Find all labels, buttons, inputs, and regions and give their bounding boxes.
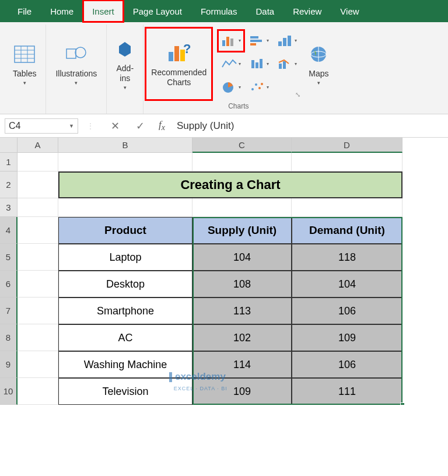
cell[interactable] — [18, 244, 58, 271]
addin-icon — [116, 37, 134, 61]
demand-cell[interactable]: 109 — [292, 324, 402, 351]
cell[interactable] — [18, 198, 58, 217]
supply-cell[interactable]: 108 — [192, 271, 292, 298]
cell[interactable] — [292, 153, 402, 172]
cell[interactable] — [192, 153, 292, 172]
supply-cell[interactable]: 104 — [192, 244, 292, 271]
row-header-8[interactable]: 8 — [0, 324, 18, 351]
formula-input[interactable] — [171, 118, 443, 134]
col-header-b[interactable]: B — [58, 138, 192, 153]
cell[interactable] — [18, 172, 58, 198]
demand-cell[interactable]: 106 — [292, 298, 402, 324]
select-all-corner[interactable] — [0, 138, 18, 153]
cell[interactable] — [292, 198, 402, 217]
supply-cell[interactable]: 102 — [192, 324, 292, 351]
charts-dialog-launcher[interactable]: ⤡ — [274, 76, 300, 99]
combo-chart-button[interactable]: ▾ — [274, 53, 300, 75]
enter-formula-button[interactable]: ✓ — [128, 120, 153, 132]
maps-button[interactable]: Maps ▾ — [304, 27, 333, 101]
svg-rect-8 — [169, 52, 173, 61]
header-product[interactable]: Product — [58, 217, 192, 244]
tab-insert[interactable]: Insert — [83, 0, 124, 22]
fx-icon[interactable]: fx — [153, 119, 171, 132]
row-header-6[interactable]: 6 — [0, 271, 18, 298]
group-charts: ? Recommended Charts ▾ ▾ ▾ ▾ ▾ ▾ ▾ ▾ ⤡ M… — [144, 24, 335, 114]
row-header-4[interactable]: 4 — [0, 217, 18, 244]
row-header-5[interactable]: 5 — [0, 244, 18, 271]
cell[interactable] — [58, 198, 192, 217]
svg-rect-18 — [278, 41, 282, 46]
row-header-1[interactable]: 1 — [0, 153, 18, 172]
cell[interactable] — [18, 153, 58, 172]
demand-cell[interactable]: 106 — [292, 351, 402, 378]
demand-cell[interactable]: 104 — [292, 271, 402, 298]
demand-cell[interactable]: 111 — [292, 378, 402, 405]
cell[interactable] — [18, 324, 58, 351]
shapes-icon — [65, 42, 88, 66]
bar-chart-button[interactable]: ▾ — [246, 30, 272, 52]
addins-button[interactable]: Add- ins ▾ — [111, 27, 138, 101]
row-header-7[interactable]: 7 — [0, 298, 18, 324]
header-demand[interactable]: Demand (Unit) — [292, 217, 402, 244]
svg-text:?: ? — [183, 43, 191, 56]
demand-cell[interactable]: 118 — [292, 244, 402, 271]
svg-rect-15 — [250, 36, 258, 38]
cell[interactable] — [18, 298, 58, 324]
tab-home[interactable]: Home — [41, 0, 83, 22]
statistic-chart-button[interactable]: ▾ — [246, 53, 272, 75]
product-cell[interactable]: Laptop — [58, 244, 192, 271]
name-box[interactable]: C4 ▼ — [5, 118, 78, 134]
col-header-a[interactable]: A — [18, 138, 58, 153]
row-header-3[interactable]: 3 — [0, 198, 18, 217]
chevron-down-icon: ▾ — [124, 85, 127, 91]
tables-label: Tables — [13, 69, 36, 79]
svg-rect-17 — [250, 43, 256, 46]
svg-rect-25 — [283, 61, 286, 69]
scatter-chart-button[interactable]: ▾ — [246, 76, 272, 99]
tab-page-layout[interactable]: Page Layout — [124, 0, 191, 22]
title-cell[interactable]: Creating a Chart — [58, 172, 402, 198]
col-header-c[interactable]: C — [192, 138, 292, 153]
chevron-down-icon: ▾ — [23, 80, 26, 86]
tab-view[interactable]: View — [331, 0, 368, 22]
tab-data[interactable]: Data — [246, 0, 284, 22]
cell[interactable] — [192, 198, 292, 217]
name-box-value: C4 — [9, 121, 20, 131]
cell[interactable] — [18, 378, 58, 405]
svg-rect-14 — [230, 38, 233, 46]
tables-button[interactable]: Tables ▾ — [8, 27, 41, 101]
product-cell[interactable]: Desktop — [58, 271, 192, 298]
product-cell[interactable]: Smartphone — [58, 298, 192, 324]
row-header-9[interactable]: 9 — [0, 351, 18, 378]
svg-point-28 — [255, 83, 257, 86]
svg-rect-9 — [174, 46, 179, 61]
line-chart-button[interactable]: ▾ — [218, 53, 244, 75]
row-1: 1 — [0, 153, 448, 172]
pie-chart-button[interactable]: ▾ — [218, 76, 244, 99]
cancel-formula-button[interactable]: ✕ — [103, 120, 128, 132]
cell[interactable] — [58, 153, 192, 172]
tab-formulas[interactable]: Formulas — [191, 0, 247, 22]
illustrations-button[interactable]: Illustrations ▾ — [51, 27, 102, 101]
col-header-d[interactable]: D — [292, 138, 402, 153]
supply-cell[interactable]: 113 — [192, 298, 292, 324]
cell[interactable] — [18, 271, 58, 298]
svg-rect-6 — [66, 49, 76, 58]
chevron-down-icon: ▾ — [317, 80, 320, 86]
hierarchy-chart-button[interactable]: ▾ — [274, 30, 300, 52]
tab-file[interactable]: File — [8, 0, 41, 22]
row-header-2[interactable]: 2 — [0, 172, 18, 198]
cell[interactable] — [18, 217, 58, 244]
column-chart-button[interactable]: ▾ — [218, 30, 244, 52]
cell[interactable] — [18, 351, 58, 378]
fill-handle[interactable] — [400, 402, 405, 405]
chevron-down-icon: ▼ — [69, 123, 74, 129]
ribbon-tabs: File Home Insert Page Layout Formulas Da… — [0, 0, 448, 22]
product-cell[interactable]: AC — [58, 324, 192, 351]
recommended-charts-button[interactable]: ? Recommended Charts — [145, 27, 213, 101]
header-supply[interactable]: Supply (Unit) — [192, 217, 292, 244]
tab-review[interactable]: Review — [284, 0, 331, 22]
svg-point-30 — [261, 83, 263, 85]
row-header-10[interactable]: 10 — [0, 378, 18, 405]
svg-rect-16 — [250, 40, 262, 42]
